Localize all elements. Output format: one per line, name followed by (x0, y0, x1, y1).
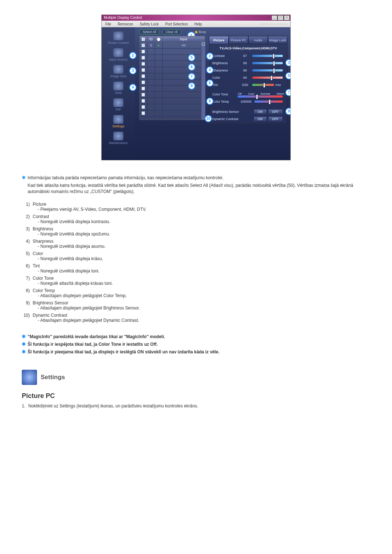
sidebar-item-input[interactable]: Input Source 2 (102, 48, 135, 61)
tab-imagelock[interactable]: Image Lock (268, 36, 287, 44)
close-button[interactable]: × (284, 15, 290, 20)
sidebar-item-settings[interactable]: Settings (102, 115, 135, 128)
intro-block: ✱Informācijas tabula parāda nepieciešamo… (22, 175, 370, 194)
tab-audio[interactable]: Audio (248, 36, 268, 44)
value-brightness: 68 (238, 61, 252, 65)
tab-picturepc[interactable]: Picture PC (229, 36, 248, 44)
row-check[interactable] (142, 74, 145, 78)
grid-row[interactable] (140, 98, 205, 104)
n6: 6) (22, 263, 33, 274)
row-check[interactable] (142, 44, 145, 47)
grid-row[interactable] (140, 86, 205, 92)
slider-contrast[interactable] (252, 55, 283, 57)
grid-row[interactable] (140, 104, 205, 110)
n7: 7) (22, 276, 33, 286)
dcontrast-off-button[interactable]: OFF (268, 116, 283, 122)
check-all[interactable] (142, 37, 145, 41)
row-check[interactable] (142, 87, 145, 90)
grid-row[interactable] (140, 61, 205, 67)
grid-row[interactable] (140, 55, 205, 61)
app-title: Multiple Display Control (104, 15, 142, 21)
t6: Tint (33, 263, 99, 268)
label-colortone: Color Tone (212, 93, 238, 96)
slider-color[interactable] (252, 77, 283, 79)
select-all-button[interactable]: Select All (139, 29, 159, 34)
row-bsensor: Brightness Sensor ON OFF (212, 108, 284, 115)
panel-subtitle: TV,AV,S-Video,Component,HDMI,DTV (212, 46, 284, 50)
value-colortemp: 10000K (238, 100, 254, 103)
sidebar-item-imagesize[interactable]: Image Size 3 (102, 65, 135, 78)
minimize-button[interactable]: _ (271, 15, 277, 20)
sidebar-label: Power Control (108, 41, 128, 45)
row-tint: Tint G50 R50 (212, 81, 284, 89)
slider-colortemp[interactable] (254, 100, 283, 103)
grid-row[interactable] (140, 92, 205, 98)
step-t: Noklikšķiniet uz Settings (Iestatījumi) … (28, 403, 198, 409)
n5: 5) (22, 251, 33, 261)
grid-row[interactable] (140, 110, 205, 116)
callout-p7: 7 (285, 89, 291, 96)
tab-picture[interactable]: Picture (209, 36, 229, 44)
t2: Contrast (33, 214, 110, 219)
sidebar-label: Input Source (109, 58, 127, 61)
dcontrast-on-button[interactable]: ON (254, 116, 267, 122)
tint-right: R50 (275, 83, 284, 87)
slider-tint[interactable] (252, 84, 274, 86)
busy-label: Busy (199, 30, 206, 34)
menu-safetylock[interactable]: Safety Lock (140, 22, 159, 26)
busy-indicator: Busy (195, 30, 206, 34)
menu-portselection[interactable]: Port Selection (165, 22, 188, 26)
callout-p5: 5 (285, 72, 291, 79)
row-check[interactable] (142, 99, 145, 103)
row-check[interactable] (142, 105, 145, 109)
menu-help[interactable]: Help (194, 22, 202, 26)
row-check[interactable] (142, 93, 145, 97)
col-check (140, 36, 147, 42)
star-icon: ✱ (22, 175, 28, 180)
sidebar-item-pip[interactable]: PIP (102, 98, 135, 111)
sidebar-label: Image Size (110, 74, 126, 78)
grid-row[interactable] (140, 49, 205, 55)
menu-file[interactable]: File (105, 22, 111, 26)
d2: - Noregulē izvelētā displeja kontrastu. (33, 219, 110, 224)
row-contrast: Contrast 67 (212, 52, 284, 59)
t10: Dynamic Contrast (33, 313, 139, 318)
value-sharpness: 68 (238, 69, 252, 72)
steps-list: 1.Noklikšķiniet uz Settings (Iestatījumi… (22, 403, 370, 409)
row-check[interactable] (142, 111, 145, 115)
row-check[interactable] (142, 50, 145, 53)
row-brightness: Brightness 68 (212, 59, 284, 67)
row-check[interactable] (142, 81, 145, 84)
sidebar-item-time[interactable]: Time 4 (102, 82, 135, 95)
t5: Color (33, 251, 103, 256)
callout-p10: 10 (205, 115, 212, 122)
grid-row[interactable] (140, 79, 205, 86)
bsensor-off-button[interactable]: OFF (268, 109, 283, 114)
callout-p6: 6 (206, 79, 213, 87)
bsensor-on-button[interactable]: ON (254, 109, 267, 114)
grid-row[interactable] (140, 73, 205, 79)
clear-all-button[interactable]: Clear All (162, 29, 181, 34)
sidebar-label: PIP (116, 108, 121, 111)
label-dcontrast: Dynamic Contrast (212, 117, 252, 121)
slider-sharpness[interactable] (252, 69, 283, 71)
t9: Brightness Sensor (33, 300, 140, 305)
settings-section-icon (22, 370, 37, 385)
app-window: Multiple Display Control _ □ × File Remo… (101, 15, 291, 160)
sidebar-item-maintenance[interactable]: Maintenance (102, 132, 135, 145)
slider-brightness[interactable] (252, 62, 283, 64)
row-check[interactable] (142, 62, 145, 66)
grid-scrollbar[interactable]: ▲ (201, 42, 205, 120)
note2: Šī funkcija ir iespējota tikai tad, ja C… (28, 341, 370, 348)
row-check[interactable] (142, 56, 145, 59)
menu-remocon[interactable]: Remocon (118, 22, 133, 26)
scroll-up[interactable]: ▲ (201, 42, 205, 46)
row-check[interactable] (142, 68, 145, 72)
star-icon: ✱ (22, 349, 28, 354)
n3: 3) (22, 226, 33, 237)
slider-colortone[interactable] (238, 95, 283, 98)
sidebar-item-power[interactable]: Power Control (102, 32, 135, 45)
grid-row[interactable] (140, 67, 205, 73)
grid-row[interactable]: 0 ● AV (140, 42, 205, 49)
maximize-button[interactable]: □ (278, 15, 283, 20)
